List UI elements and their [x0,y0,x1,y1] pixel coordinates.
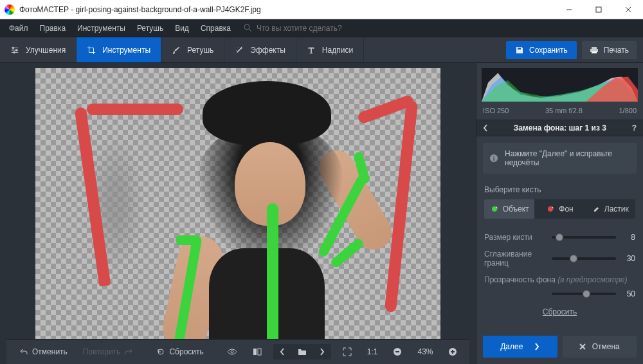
svg-point-11 [14,51,15,53]
sliders-icon [10,46,19,55]
print-icon [590,46,599,55]
statusbar: Отменить Повторить Сбросить 1:1 43% [6,339,469,364]
print-button[interactable]: Печать [582,41,637,59]
wand-icon [235,46,244,55]
window-controls [554,0,643,19]
info-icon: i [489,154,498,163]
size-slider[interactable] [552,236,616,239]
svg-point-16 [231,350,233,353]
print-label: Печать [604,46,629,55]
svg-point-10 [15,49,17,51]
zoom-value[interactable]: 43% [411,343,439,360]
opacity-note: (в предпросмотре) [557,275,627,284]
fit-screen[interactable] [336,343,358,360]
exif-iso: ISO 250 [483,107,509,114]
redo-button[interactable]: Повторить [77,343,140,360]
brush-eraser[interactable]: Ластик [585,199,635,219]
crop-icon [87,46,96,55]
svg-rect-13 [592,47,597,49]
save-button[interactable]: Сохранить [506,41,577,59]
smooth-slider[interactable] [552,257,616,260]
brush-object[interactable]: Объект [484,199,534,219]
nav-group [273,344,331,359]
main-area: Отменить Повторить Сбросить 1:1 43% [0,63,643,364]
exif-lens: 35 mm f/2.8 [545,107,583,114]
browse-folder[interactable] [291,344,313,359]
image-canvas[interactable] [35,68,440,339]
object-stroke [176,235,201,245]
svg-rect-18 [258,349,261,355]
tab-label: Эффекты [250,46,285,55]
prev-image[interactable] [273,344,291,359]
tab-improve[interactable]: Улучшения [0,37,77,62]
smooth-value: 30 [621,254,635,263]
svg-rect-17 [253,349,257,355]
menu-retouch[interactable]: Ретушь [132,21,168,35]
opacity-value: 50 [621,289,635,298]
cancel-button[interactable]: Отмена [563,336,637,358]
menu-help[interactable]: Справка [195,21,236,35]
minimize-button[interactable] [554,0,584,19]
opacity-slider[interactable] [552,293,616,295]
brush-tabs: Объект Фон Ластик [484,199,635,219]
choose-brush-label: Выберите кисть [484,185,635,194]
eraser-icon [592,205,601,214]
size-value: 8 [621,233,635,242]
canvas-area: Отменить Повторить Сбросить 1:1 43% [0,63,476,364]
zoom-in[interactable] [442,343,464,360]
zoom-actual[interactable]: 1:1 [361,343,385,360]
reset-button[interactable]: Сбросить [150,343,210,360]
histogram[interactable] [482,68,638,102]
step-title: Замена фона: шаг 1 из 3 [494,123,626,132]
size-label: Размер кисти [484,233,547,242]
close-button[interactable] [613,0,643,19]
svg-rect-1 [596,7,601,12]
next-image[interactable] [313,344,331,359]
svg-line-12 [237,48,242,52]
tab-text[interactable]: Надписи [296,37,364,62]
back-icon[interactable] [483,124,488,132]
exif-bar: ISO 250 35 mm f/2.8 1/800 [476,107,643,120]
brush-icon [172,46,181,55]
tab-tools[interactable]: Инструменты [77,37,161,62]
bg-stroke [87,104,183,115]
step-header: Замена фона: шаг 1 из 3 ? [476,120,643,136]
help-icon[interactable]: ? [632,123,637,132]
brush-background[interactable]: Фон [534,199,584,219]
tab-effects[interactable]: Эффекты [224,37,296,62]
app-icon [5,5,15,15]
search-icon [244,24,253,33]
svg-text:i: i [493,155,495,162]
reset-link[interactable]: Сбросить [484,302,635,324]
tab-label: Надписи [322,46,353,55]
menu-edit[interactable]: Правка [35,21,71,35]
menu-view[interactable]: Вид [170,21,194,35]
maximize-button[interactable] [584,0,613,19]
object-stroke [329,237,365,269]
undo-button[interactable]: Отменить [13,343,74,360]
opacity-label: Прозрачность фона [484,275,556,284]
tab-label: Инструменты [102,46,150,55]
titlebar: ФотоМАСТЕР - girl-posing-against-backgro… [0,0,643,19]
text-icon [307,46,316,55]
exif-shutter: 1/800 [619,107,637,114]
search-input[interactable] [257,24,359,33]
hint-box: i Нажмите "Далее" и исправьте недочёты [483,143,637,174]
tab-label: Ретушь [187,46,213,55]
svg-point-9 [12,47,14,49]
object-brush-icon [490,205,499,214]
tab-retouch[interactable]: Ретушь [161,37,224,62]
hint-text: Нажмите "Далее" и исправьте недочёты [505,149,630,167]
bg-brush-icon [546,205,555,214]
menu-file[interactable]: Файл [4,21,33,35]
zoom-out[interactable] [386,343,408,360]
preview-toggle[interactable] [221,344,244,359]
menu-search [244,24,359,33]
menubar: Файл Правка Инструменты Ретушь Вид Справ… [0,19,643,37]
svg-line-5 [249,29,251,32]
menu-tools[interactable]: Инструменты [72,21,131,35]
smooth-label: Сглаживание границ [484,250,547,268]
next-button[interactable]: Далее [483,336,557,358]
compare-toggle[interactable] [246,343,268,360]
side-panel: ISO 250 35 mm f/2.8 1/800 Замена фона: ш… [476,63,643,364]
